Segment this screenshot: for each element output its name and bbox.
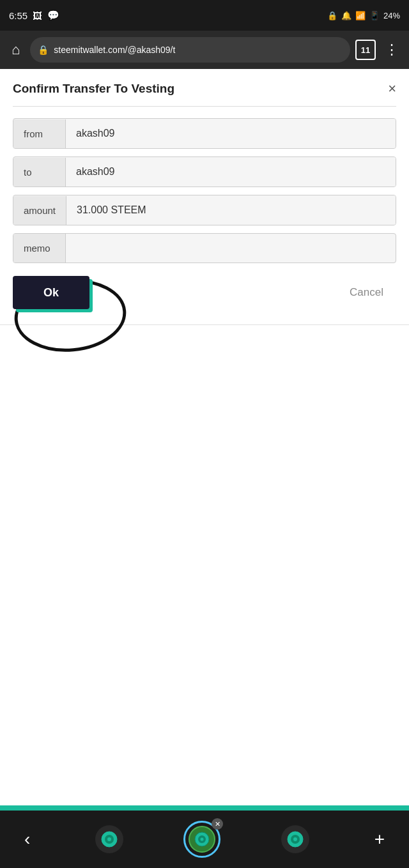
status-right: 🔒 🔔 📶 📱 24% (327, 11, 400, 20)
ok-button[interactable]: Ok (13, 276, 89, 309)
tab-count[interactable]: 11 (355, 40, 376, 60)
to-value: akash09 (66, 157, 396, 187)
amount-value: 31.000 STEEM (66, 195, 396, 225)
white-space (0, 325, 409, 708)
teal-accent-bar (0, 805, 409, 811)
back-button[interactable]: ‹ (19, 824, 35, 855)
close-badge[interactable]: ✕ (212, 818, 223, 830)
button-area: Ok Cancel (13, 276, 396, 309)
right-nav-icon[interactable] (281, 825, 309, 853)
header-divider (13, 106, 396, 107)
alarm-icon: 🔔 (341, 11, 351, 20)
amount-label: amount (13, 196, 66, 225)
to-label: to (13, 158, 66, 187)
svg-point-9 (293, 837, 297, 841)
dialog-header: Confirm Transfer To Vesting × (13, 82, 396, 96)
time-display: 6:55 (9, 10, 27, 21)
status-left: 6:55 🖼 💬 (9, 10, 59, 21)
browser-bar: ⌂ 🔒 steemitwallet.com/@akash09/t 11 ⋮ (0, 31, 409, 69)
confirm-dialog: Confirm Transfer To Vesting × from akash… (0, 69, 409, 325)
photo-icon: 🖼 (33, 10, 42, 21)
page-content: Confirm Transfer To Vesting × from akash… (0, 69, 409, 805)
signal-icon: 📱 (369, 11, 380, 20)
lock-status-icon: 🔒 (327, 11, 337, 20)
to-field: to akash09 (13, 156, 396, 187)
url-text: steemitwallet.com/@akash09/t (54, 45, 175, 55)
from-label: from (13, 119, 66, 148)
memo-label: memo (13, 234, 66, 263)
dialog-title: Confirm Transfer To Vesting (13, 82, 174, 96)
center-inner-icon (189, 826, 215, 853)
left-nav-icon[interactable] (95, 825, 123, 853)
url-bar[interactable]: 🔒 steemitwallet.com/@akash09/t (30, 37, 350, 63)
close-button[interactable]: × (388, 82, 396, 96)
from-value: akash09 (66, 119, 396, 148)
amount-field: amount 31.000 STEEM (13, 195, 396, 225)
memo-value[interactable] (66, 240, 396, 257)
center-nav[interactable]: ✕ (183, 821, 220, 858)
svg-point-6 (201, 838, 204, 841)
ok-button-wrapper: Ok (13, 276, 89, 309)
status-bar: 6:55 🖼 💬 🔒 🔔 📶 📱 24% (0, 0, 409, 31)
cancel-button[interactable]: Cancel (337, 280, 396, 305)
svg-point-3 (107, 837, 111, 841)
from-field: from akash09 (13, 118, 396, 149)
messenger-icon: 💬 (47, 10, 59, 21)
memo-field: memo (13, 233, 396, 263)
browser-menu-icon[interactable]: ⋮ (381, 39, 403, 61)
url-lock-icon: 🔒 (38, 45, 49, 55)
wifi-icon: 📶 (355, 11, 366, 20)
add-button[interactable]: + (369, 824, 390, 855)
bottom-nav: ‹ ✕ + (0, 811, 409, 868)
battery-display: 24% (383, 11, 400, 20)
home-icon[interactable]: ⌂ (6, 39, 25, 61)
